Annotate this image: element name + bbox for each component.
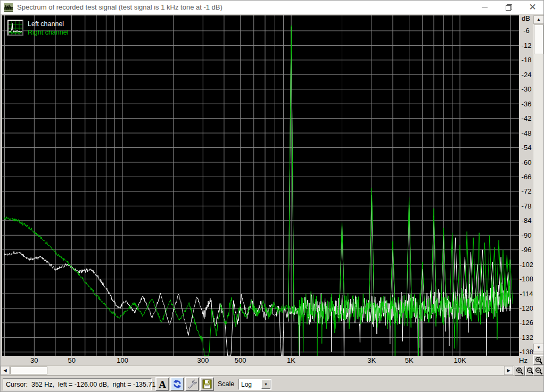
window-title: Spectrum of recorded test signal (test s… bbox=[17, 3, 473, 11]
refresh-icon bbox=[172, 379, 182, 389]
magnifier-icon bbox=[535, 367, 543, 375]
y-tick-label: -48 bbox=[522, 129, 532, 137]
zoom-in-y-button[interactable] bbox=[533, 355, 544, 365]
font-button[interactable]: A bbox=[155, 377, 169, 391]
zoom-in-x-button[interactable] bbox=[515, 366, 525, 376]
scale-label: Scale bbox=[218, 380, 234, 388]
up-arrow-icon: ▲ bbox=[537, 18, 541, 22]
cursor-readout: Cursor: 352 Hz, left = -126.00 dB, right… bbox=[3, 378, 152, 390]
y-tick-label: -6 bbox=[523, 27, 530, 35]
x-tick-label: 5K bbox=[405, 356, 414, 364]
restore-icon bbox=[506, 4, 512, 11]
y-tick-label: -66 bbox=[522, 173, 532, 181]
y-tick-label: -96 bbox=[522, 246, 532, 254]
wrench-icon bbox=[187, 379, 197, 389]
y-tick-label: -84 bbox=[522, 216, 532, 224]
left-arrow-icon: ◀ bbox=[3, 369, 6, 373]
magnifier-icon bbox=[516, 367, 524, 375]
y-tick-label: -78 bbox=[522, 202, 532, 210]
scroll-left-button[interactable]: ◀ bbox=[1, 366, 10, 375]
settings-button[interactable] bbox=[185, 377, 199, 391]
legend-right-channel: Right channel bbox=[28, 28, 68, 37]
save-floppy-icon bbox=[202, 379, 212, 389]
scale-dropdown[interactable]: Log ▼ bbox=[238, 379, 271, 390]
close-button[interactable]: ✕ bbox=[521, 1, 544, 14]
y-tick-label: -60 bbox=[522, 159, 532, 166]
vertical-scrollbar-thumb[interactable] bbox=[534, 24, 543, 54]
y-tick-label: -54 bbox=[522, 144, 532, 152]
minimize-icon bbox=[482, 4, 488, 10]
spectrum-plot[interactable]: dB-6-12-18-24-30-36-42-48-54-60-66-72-78… bbox=[1, 14, 544, 376]
y-tick-label: -132 bbox=[520, 333, 533, 341]
y-tick-label: -138 bbox=[520, 348, 533, 356]
horizontal-scrollbar-thumb[interactable] bbox=[10, 366, 47, 374]
scroll-right-button[interactable]: ▶ bbox=[504, 366, 513, 375]
x-tick-label: 10K bbox=[454, 356, 466, 364]
right-arrow-icon: ▶ bbox=[507, 369, 510, 373]
y-tick-label: -114 bbox=[520, 290, 533, 298]
legend-left-channel: Left channel bbox=[28, 20, 68, 28]
x-tick-label: 30 bbox=[30, 356, 38, 364]
scroll-up-button[interactable]: ▲ bbox=[533, 15, 544, 24]
y-tick-label: -18 bbox=[522, 56, 532, 64]
y-tick-label: -12 bbox=[522, 41, 532, 49]
y-tick-label: -120 bbox=[520, 304, 533, 312]
y-axis-unit-label: dB bbox=[522, 14, 530, 22]
y-tick-label: -126 bbox=[520, 319, 533, 327]
down-arrow-icon: ▼ bbox=[537, 346, 541, 350]
zoom-out-y-button[interactable] bbox=[533, 366, 544, 376]
x-tick-label: 500 bbox=[235, 356, 246, 364]
y-tick-label: -24 bbox=[522, 71, 532, 79]
x-tick-label: 3K bbox=[367, 356, 376, 364]
y-tick-label: -90 bbox=[522, 231, 532, 239]
x-tick-label: 50 bbox=[68, 356, 75, 364]
y-tick-label: -36 bbox=[522, 100, 532, 108]
x-tick-label: 1K bbox=[287, 356, 295, 364]
horizontal-scrollbar[interactable]: ◀ ▶ bbox=[1, 365, 514, 375]
magnifier-icon bbox=[535, 356, 543, 364]
dropdown-arrow-icon: ▼ bbox=[261, 380, 270, 389]
x-tick-label: 300 bbox=[197, 356, 209, 364]
y-tick-label: -42 bbox=[522, 114, 532, 122]
close-icon: ✕ bbox=[529, 3, 536, 12]
refresh-button[interactable] bbox=[170, 377, 184, 391]
spectrum-legend-icon[interactable] bbox=[7, 20, 23, 36]
scale-value: Log bbox=[239, 381, 261, 388]
title-bar[interactable]: Spectrum of recorded test signal (test s… bbox=[1, 1, 544, 14]
spectrum-window: Spectrum of recorded test signal (test s… bbox=[0, 0, 544, 392]
y-tick-label: -30 bbox=[522, 85, 532, 93]
save-button[interactable] bbox=[200, 377, 214, 391]
app-icon bbox=[4, 3, 13, 12]
minimize-button[interactable] bbox=[473, 1, 497, 14]
x-tick-label: 100 bbox=[117, 356, 128, 364]
restore-button[interactable] bbox=[497, 1, 521, 14]
y-tick-label: -72 bbox=[522, 187, 532, 195]
scroll-down-button[interactable]: ▼ bbox=[533, 344, 544, 352]
vertical-scrollbar[interactable]: ▲ ▼ bbox=[533, 15, 544, 353]
y-tick-label: -108 bbox=[520, 275, 533, 283]
font-a-icon: A bbox=[159, 379, 166, 389]
status-bar: Cursor: 352 Hz, left = -126.00 dB, right… bbox=[1, 376, 544, 392]
y-tick-label: -102 bbox=[520, 261, 533, 269]
legend: Left channel Right channel bbox=[7, 20, 68, 37]
x-axis-unit-label: Hz bbox=[519, 356, 527, 364]
